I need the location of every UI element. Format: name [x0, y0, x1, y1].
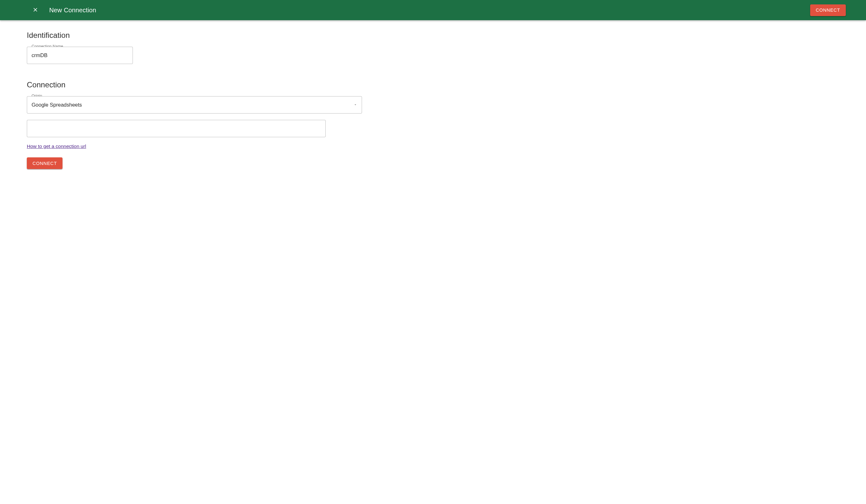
identification-heading: Identification [27, 31, 442, 40]
help-link-connection-url[interactable]: How to get a connection url [27, 144, 86, 149]
close-button[interactable] [30, 4, 41, 16]
close-icon [32, 7, 38, 14]
connection-url-field: Connection URL [27, 120, 326, 137]
connection-url-input[interactable] [27, 120, 325, 137]
form-connect-wrap: CONNECT [27, 157, 442, 169]
origin-select[interactable]: Google Spreadsheets [27, 96, 362, 114]
connect-button-header[interactable]: CONNECT [810, 4, 846, 16]
page-content: Identification Connection Name Connectio… [0, 20, 442, 182]
section-connection: Connection Origin Google Spreadsheets Co… [27, 80, 442, 169]
origin-field: Origin Google Spreadsheets [27, 96, 362, 114]
connection-url-outline [27, 120, 326, 137]
close-button-wrap [28, 4, 43, 16]
connect-button-form[interactable]: CONNECT [27, 157, 63, 169]
connection-name-outline [27, 47, 133, 64]
page-title: New Connection [49, 7, 96, 14]
connection-heading: Connection [27, 80, 442, 89]
section-identification: Identification Connection Name [27, 31, 442, 64]
origin-select-value: Google Spreadsheets [27, 96, 362, 113]
connection-name-field: Connection Name [27, 47, 133, 64]
app-bar: New Connection CONNECT [0, 0, 866, 20]
connection-name-input[interactable] [27, 47, 133, 64]
